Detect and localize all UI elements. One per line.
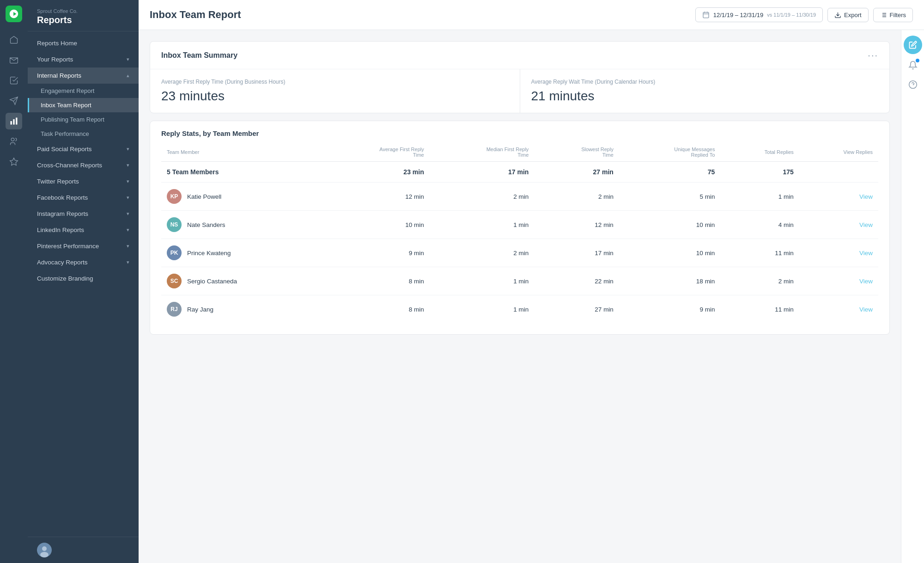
- sidebar-item-publishing-team-report[interactable]: Publishing Team Report: [28, 112, 139, 127]
- icon-rail: [0, 0, 28, 563]
- help-button[interactable]: [905, 76, 921, 93]
- member-slowest: 27 min: [534, 295, 619, 324]
- sidebar-item-pinterest[interactable]: Pinterest Performance ▾: [28, 238, 139, 254]
- filters-button[interactable]: Filters: [873, 8, 913, 22]
- more-options-button[interactable]: ···: [868, 50, 878, 61]
- member-unique: 9 min: [619, 295, 721, 324]
- member-slowest: 17 min: [534, 239, 619, 267]
- notifications-button[interactable]: [905, 57, 921, 73]
- svg-point-19: [909, 81, 917, 89]
- main-content: Inbox Team Report 12/1/19 – 12/31/19 vs …: [139, 0, 924, 563]
- filters-label: Filters: [890, 12, 906, 18]
- col-view-replies: View Replies: [799, 143, 878, 162]
- date-range-button[interactable]: 12/1/19 – 12/31/19 vs 11/1/19 – 11/30/19: [695, 7, 823, 22]
- member-avg-first: 12 min: [321, 183, 430, 211]
- top-bar: Inbox Team Report 12/1/19 – 12/31/19 vs …: [139, 0, 924, 30]
- sidebar-item-internal-reports[interactable]: Internal Reports ▴: [28, 67, 139, 84]
- member-unique: 5 min: [619, 183, 721, 211]
- nav-icon-home[interactable]: [6, 31, 22, 48]
- member-name-cell: NS Nate Sanders: [161, 211, 321, 239]
- table-row: RJ Ray Jang 8 min 1 min 27 min 9 min 11 …: [161, 295, 878, 324]
- member-view-link[interactable]: View: [799, 211, 878, 239]
- member-view-link[interactable]: View: [799, 295, 878, 324]
- sidebar-item-engagement-report[interactable]: Engagement Report: [28, 84, 139, 98]
- sidebar-item-instagram[interactable]: Instagram Reports ▾: [28, 206, 139, 222]
- sidebar-item-linkedin[interactable]: LinkedIn Reports ▾: [28, 222, 139, 238]
- table-row-summary: 5 Team Members 23 min 17 min 27 min 75 1…: [161, 162, 878, 183]
- member-name: Sergio Castaneda: [187, 278, 237, 285]
- member-slowest: 22 min: [534, 267, 619, 295]
- content-area: Inbox Team Summary ··· Average First Rep…: [139, 30, 901, 563]
- col-avg-first-reply: Average First ReplyTime: [321, 143, 430, 162]
- reply-stats-table: Team Member Average First ReplyTime Medi…: [161, 143, 878, 323]
- member-view-link[interactable]: View: [799, 267, 878, 295]
- user-avatar[interactable]: [37, 543, 52, 557]
- summary-member-label: 5 Team Members: [161, 162, 321, 183]
- nav-icon-inbox[interactable]: [6, 52, 22, 68]
- svg-rect-1: [13, 119, 14, 125]
- chevron-up-icon: ▴: [127, 73, 129, 79]
- sidebar-item-twitter[interactable]: Twitter Reports ▾: [28, 173, 139, 190]
- reply-stats-card: Reply Stats, by Team Member Team Member …: [150, 121, 890, 335]
- member-name-cell: RJ Ray Jang: [161, 295, 321, 324]
- svg-rect-2: [16, 118, 17, 125]
- sidebar-item-inbox-team-report[interactable]: Inbox Team Report: [28, 98, 139, 112]
- nav-icon-star[interactable]: [6, 153, 22, 170]
- table-body: 5 Team Members 23 min 17 min 27 min 75 1…: [161, 162, 878, 324]
- reply-stats-title: Reply Stats, by Team Member: [161, 121, 878, 143]
- sidebar-item-facebook[interactable]: Facebook Reports ▾: [28, 190, 139, 206]
- member-slowest: 2 min: [534, 183, 619, 211]
- svg-point-6: [42, 546, 47, 551]
- col-unique-messages: Unique MessagesReplied To: [619, 143, 721, 162]
- stat2-label: Average Reply Wait Time (During Calendar…: [531, 79, 879, 85]
- sidebar-item-reports-home[interactable]: Reports Home: [28, 35, 139, 51]
- table-row: KP Katie Powell 12 min 2 min 2 min 5 min…: [161, 183, 878, 211]
- member-name: Prince Kwateng: [187, 250, 231, 257]
- sidebar-nav: Reports Home Your Reports ▾ Internal Rep…: [28, 31, 139, 537]
- table-row: NS Nate Sanders 10 min 1 min 12 min 10 m…: [161, 211, 878, 239]
- sidebar: Sprout Coffee Co. Reports Reports Home Y…: [28, 0, 139, 563]
- sidebar-item-task-performance[interactable]: Task Performance: [28, 127, 139, 141]
- nav-icon-reports[interactable]: [6, 113, 22, 129]
- summary-slowest: 27 min: [534, 162, 619, 183]
- sidebar-item-paid-social[interactable]: Paid Social Reports ▾: [28, 141, 139, 157]
- col-total-replies: Total Replies: [720, 143, 799, 162]
- member-view-link[interactable]: View: [799, 239, 878, 267]
- member-total: 2 min: [720, 267, 799, 295]
- member-view-link[interactable]: View: [799, 183, 878, 211]
- summary-card-title: Inbox Team Summary: [161, 51, 237, 60]
- chevron-down-icon: ▾: [127, 195, 129, 201]
- page-title: Inbox Team Report: [150, 9, 241, 21]
- member-avatar: NS: [167, 217, 182, 232]
- nav-icon-people[interactable]: [6, 133, 22, 150]
- export-button[interactable]: Export: [827, 8, 869, 22]
- member-total: 11 min: [720, 239, 799, 267]
- nav-icon-tasks[interactable]: [6, 72, 22, 89]
- sidebar-item-advocacy[interactable]: Advocacy Reports ▾: [28, 254, 139, 270]
- table-row: SC Sergio Castaneda 8 min 1 min 22 min 1…: [161, 267, 878, 295]
- sidebar-item-cross-channel[interactable]: Cross-Channel Reports ▾: [28, 157, 139, 173]
- member-unique: 10 min: [619, 239, 721, 267]
- member-avatar: PK: [167, 245, 182, 260]
- chevron-down-icon: ▾: [127, 243, 129, 249]
- chevron-down-icon: ▾: [127, 146, 129, 152]
- right-rail: [901, 30, 924, 563]
- nav-icon-publish[interactable]: [6, 92, 22, 109]
- member-name: Ray Jang: [187, 306, 213, 313]
- chevron-down-icon: ▾: [127, 162, 129, 168]
- summary-median-first: 17 min: [430, 162, 535, 183]
- member-total: 4 min: [720, 211, 799, 239]
- member-avatar: KP: [167, 189, 182, 204]
- sidebar-item-customize-branding[interactable]: Customize Branding: [28, 270, 139, 287]
- logo[interactable]: [6, 6, 22, 22]
- stat1-value: 23 minutes: [161, 89, 509, 104]
- chevron-down-icon: ▾: [127, 56, 129, 62]
- sidebar-item-your-reports[interactable]: Your Reports ▾: [28, 51, 139, 67]
- sidebar-header: Sprout Coffee Co. Reports: [28, 0, 139, 31]
- svg-rect-8: [703, 12, 709, 18]
- member-median-first: 1 min: [430, 295, 535, 324]
- summary-unique: 75: [619, 162, 721, 183]
- member-avatar: RJ: [167, 302, 182, 317]
- member-median-first: 1 min: [430, 267, 535, 295]
- compose-button[interactable]: [904, 36, 922, 54]
